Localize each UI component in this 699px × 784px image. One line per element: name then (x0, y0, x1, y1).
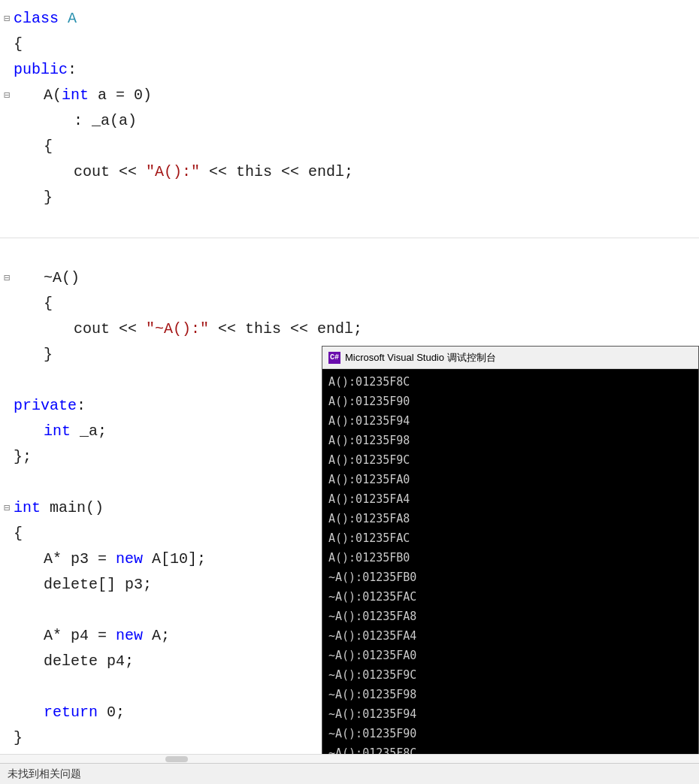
code-content: cout << "~A():" << this << endl; (14, 316, 362, 342)
console-output-line: ~A():01235FAC (328, 587, 692, 607)
code-content: }; (14, 444, 32, 470)
horizontal-scrollbar[interactable] (0, 754, 699, 763)
console-output-line: A():01235FA4 (328, 489, 692, 509)
code-content: } (14, 342, 53, 368)
code-line: } (0, 185, 699, 210)
code-content: class A (14, 6, 77, 32)
console-output-line: ~A():01235FA4 (328, 626, 692, 646)
status-bar: 未找到相关问题 (0, 763, 699, 784)
console-output-line: ~A():01235FB0 (328, 568, 692, 587)
code-content: } (14, 725, 23, 751)
console-app-icon: C# (328, 352, 340, 364)
code-content: A* p4 = new A; (14, 623, 170, 649)
code-content: { (14, 134, 53, 159)
code-content: } (14, 185, 53, 210)
code-content: cout << "A():" << this << endl; (14, 159, 353, 185)
code-content: private: (14, 393, 86, 419)
code-content: int main() (14, 495, 104, 521)
code-content: delete p4; (14, 649, 134, 674)
code-editor: ⊟class A{public:⊟A(int a = 0): _a(a){cou… (0, 0, 699, 784)
code-line (0, 240, 699, 265)
console-output-line: ~A():01235FA8 (328, 607, 692, 626)
code-content: return 0; (14, 700, 125, 725)
console-output-line: A():01235FA0 (328, 470, 692, 489)
console-title: Microsoft Visual Studio 调试控制台 (345, 351, 496, 365)
gutter-icon[interactable]: ⊟ (0, 83, 14, 108)
code-line: : _a(a) (0, 108, 699, 134)
code-content: : _a(a) (14, 108, 137, 134)
gutter-icon[interactable]: ⊟ (0, 265, 14, 291)
console-output-line: A():01235FA8 (328, 509, 692, 528)
console-output-line: A():01235F9C (328, 450, 692, 470)
console-output-line: A():01235F98 (328, 431, 692, 450)
code-line: cout << "A():" << this << endl; (0, 159, 699, 185)
code-line: public: (0, 57, 699, 83)
code-content: public: (14, 57, 77, 83)
code-line: ⊟class A (0, 6, 699, 32)
code-line: ⊟~A() (0, 265, 699, 291)
code-line (0, 210, 699, 236)
console-output-line: ~A():01235F90 (328, 724, 692, 743)
code-content: { (14, 521, 23, 546)
code-line: ⊟A(int a = 0) (0, 83, 699, 108)
gutter-icon[interactable]: ⊟ (0, 495, 14, 521)
console-output-line: ~A():01235FA0 (328, 646, 692, 665)
console-output-line: ~A():01235F94 (328, 704, 692, 724)
console-body: A():01235F8CA():01235F90A():01235F94A():… (322, 369, 698, 783)
code-content: A* p3 = new A[10]; (14, 546, 206, 572)
gutter-icon[interactable]: ⊟ (0, 6, 14, 32)
code-line: { (0, 134, 699, 159)
code-line: { (0, 32, 699, 57)
console-window: C# Microsoft Visual Studio 调试控制台 A():012… (322, 346, 699, 784)
code-content: delete[] p3; (14, 572, 152, 598)
code-line: cout << "~A():" << this << endl; (0, 316, 699, 342)
code-line: { (0, 291, 699, 316)
console-output-line: A():01235FB0 (328, 548, 692, 568)
console-output-line: ~A():01235F98 (328, 685, 692, 704)
status-message: 未找到相关问题 (8, 767, 81, 781)
scrollbar-thumb[interactable] (165, 756, 188, 762)
code-content: { (14, 32, 23, 57)
code-content: int _a; (14, 419, 107, 444)
console-titlebar: C# Microsoft Visual Studio 调试控制台 (322, 347, 698, 369)
console-output-line: A():01235FAC (328, 528, 692, 548)
console-output-line: A():01235F94 (328, 411, 692, 431)
console-output-line: A():01235F8C (328, 372, 692, 392)
separator (0, 238, 699, 238)
code-content: A(int a = 0) (14, 83, 152, 108)
console-output-line: A():01235F90 (328, 392, 692, 411)
console-output-line: ~A():01235F9C (328, 665, 692, 685)
code-content: { (14, 291, 53, 316)
code-content: ~A() (14, 265, 80, 291)
